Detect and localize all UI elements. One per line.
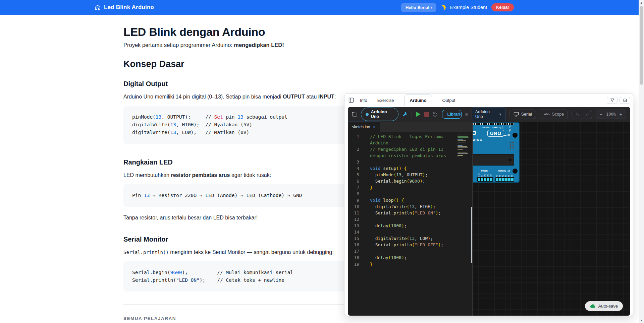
zoom-controls: − 100% + (596, 110, 626, 119)
nabla-icon (610, 99, 614, 102)
editor-line[interactable]: 18 delay(1000); (348, 254, 472, 261)
code-editor[interactable]: 1// LED Blink - Tugas PertamaArduino2// … (348, 132, 472, 316)
libraries-button[interactable]: Libraries (442, 110, 462, 119)
mounting-hole (513, 133, 518, 138)
editor-line[interactable]: 19} (348, 261, 472, 267)
digital-pwm-label: DIGITAL (PWM ~) (481, 126, 502, 129)
editor-line[interactable]: 17 (348, 248, 472, 254)
intro-paragraph: Proyek pertama setiap programmer Arduino… (123, 42, 459, 48)
on-label: ON (507, 134, 510, 136)
connection-status-dot (465, 113, 468, 116)
editor-column: sketch.ino ✕ 1// LED Blink - Tugas Perta… (348, 122, 472, 316)
arduino-uno-board[interactable]: DIGITAL (PWM ~) TX→ RX← ∞ UNO ON DUINO P… (473, 122, 520, 183)
triangle-down-button[interactable] (607, 97, 618, 104)
page-scrollbar[interactable]: ▲ ▼ (639, 0, 644, 323)
code-block-serial: Serial.begin(9600); // Mulai komunikasi … (123, 261, 356, 292)
power-pin-labels: 3.3V5VGNDGNDVin (478, 172, 492, 177)
simulator-panel: InfoExerciseArduinoOutput Arduino Uno (344, 93, 633, 316)
monitor-icon (514, 112, 519, 117)
undo-redo-group (572, 110, 592, 119)
power-led (503, 135, 506, 136)
toolbar-divider (412, 111, 412, 118)
file-tab-sketch-ino[interactable]: sketch.ino ✕ (348, 122, 380, 132)
minimap[interactable] (458, 134, 470, 157)
logout-button[interactable]: Keluar (491, 3, 514, 11)
editor-line[interactable]: 12 (348, 216, 472, 222)
analog-pin-header (495, 177, 514, 182)
run-button-icon[interactable] (416, 111, 421, 117)
tab-info[interactable]: Info (360, 98, 367, 103)
section-heading-konsep-dasar: Konsep Dasar (123, 59, 459, 69)
zoom-out-button[interactable]: − (600, 112, 602, 116)
dark-mode-toggle-moon-icon[interactable] (440, 4, 446, 10)
tab-output[interactable]: Output (442, 98, 455, 103)
page-title: LED Blink dengan Arduino (123, 25, 459, 39)
scroll-down-arrow[interactable]: ▼ (639, 318, 644, 323)
editor-line[interactable]: 11 Serial.println("LED ON"); (348, 210, 472, 216)
restore-window-button[interactable] (620, 97, 630, 104)
dock-panel-icon[interactable] (348, 98, 354, 103)
lessons-heading: SEMUA PELAJARAN (123, 316, 459, 321)
editor-line[interactable]: 3 (348, 159, 472, 165)
panel-tabs: InfoExerciseArduinoOutput (360, 93, 455, 107)
microcontroller-chip (473, 154, 514, 166)
editor-line[interactable]: 16 Serial.println("LED OFF"); (348, 242, 472, 248)
editor-line[interactable]: 4void setup() { (348, 165, 472, 172)
editor-scrollbar-thumb[interactable] (471, 207, 472, 263)
autosave-button[interactable]: Auto-save (585, 301, 623, 311)
tab-exercise[interactable]: Exercise (377, 98, 394, 103)
scope-button[interactable]: Scope (540, 110, 568, 119)
editor-line[interactable]: 1// LED Blink - Tugas Pertama (348, 133, 472, 140)
zoom-in-button[interactable]: + (620, 112, 622, 116)
waveform-icon (544, 112, 550, 116)
code-block-digital-output: pinMode(13, OUTPUT); // Set pin 13 sebag… (123, 106, 356, 144)
zoom-level: 100% (606, 112, 616, 117)
editor-line[interactable]: 7} (348, 184, 472, 191)
arduino-infinity-logo: ∞ (473, 125, 477, 139)
editor-line[interactable]: 5 pinMode(13, OUTPUT); (348, 172, 472, 178)
serial-monitor-button[interactable]: Serial (509, 110, 536, 119)
stop-button-icon[interactable] (424, 112, 429, 117)
hello-serial-button[interactable]: Hello Serial › (401, 3, 436, 12)
undo-icon (575, 112, 580, 117)
panel-tab-bar: InfoExerciseArduinoOutput (344, 93, 633, 107)
redo-button[interactable] (583, 110, 592, 119)
editor-line[interactable]: 13 delay(1000); (348, 222, 472, 229)
restart-icon[interactable] (433, 111, 438, 117)
undo-button[interactable] (572, 110, 583, 119)
board-select-value: Arduino Uno (475, 110, 496, 119)
autosave-label: Auto-save (598, 304, 618, 309)
device-pill-button[interactable]: Arduino Uno (361, 108, 398, 121)
editor-line[interactable]: 2// Mengedipkan LED di pin 13 (348, 146, 472, 152)
subheading-digital-output: Digital Output (123, 80, 459, 88)
uno-label: UNO (487, 130, 504, 137)
arduino-ide: Arduino Uno Libraries Arduino Uno ▼ (348, 107, 630, 316)
scroll-up-arrow[interactable]: ▲ (639, 0, 644, 5)
editor-line[interactable]: 14 (348, 229, 472, 235)
serial-label: Serial (521, 112, 532, 117)
editor-line[interactable]: Arduino (348, 140, 472, 146)
txrx-label: TX→ RX← (509, 125, 511, 132)
editor-line[interactable]: 8 (348, 191, 472, 197)
app-header: Led Blink Arduino Hello Serial › Example… (0, 0, 639, 15)
editor-line[interactable]: 15 digitalWrite(13, LOW); (348, 235, 472, 242)
folder-icon[interactable] (352, 112, 357, 117)
digital-pin-header (473, 123, 514, 125)
close-icon[interactable]: ✕ (373, 125, 376, 129)
redo-icon (586, 112, 590, 117)
libraries-label: Libraries (447, 112, 462, 117)
tab-arduino[interactable]: Arduino (404, 94, 432, 106)
app-title: Led Blink Arduino (104, 4, 154, 11)
editor-line[interactable]: 10 digitalWrite(13, HIGH); (348, 203, 472, 210)
home-icon[interactable] (95, 4, 101, 10)
editor-line[interactable]: 6 Serial.begin(9600); (348, 178, 472, 184)
inline-code: Serial.println() (123, 250, 169, 255)
diagram-canvas[interactable]: DIGITAL (PWM ~) TX→ RX← ∞ UNO ON DUINO P… (473, 122, 630, 316)
ide-toolbar: Arduino Uno Libraries Arduino Uno ▼ (348, 107, 630, 122)
editor-line[interactable]: dengan resistor pembatas arus (348, 152, 472, 159)
board-select[interactable]: Arduino Uno ▼ (472, 107, 506, 121)
wrench-icon[interactable] (402, 111, 408, 117)
cloud-icon (590, 304, 595, 308)
page-scrollbar-thumb[interactable] (640, 6, 643, 85)
editor-line[interactable]: 9void loop() { (348, 197, 472, 203)
